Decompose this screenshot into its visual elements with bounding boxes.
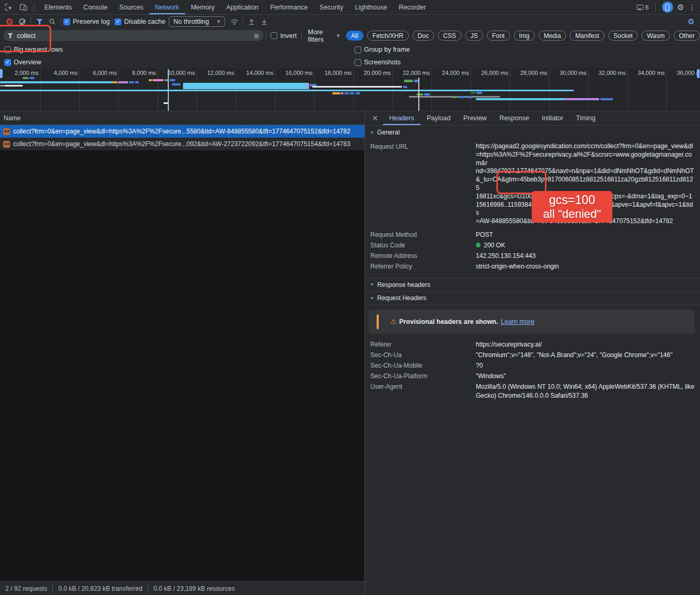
overview-left-handle[interactable] — [0, 69, 3, 78]
waterfall-bar — [600, 98, 613, 100]
waterfall-bar — [344, 92, 349, 94]
resource-type-pill[interactable]: CSS — [438, 31, 462, 41]
filter-input[interactable]: collect ⊗ — [3, 30, 264, 41]
checkbox-checked-icon: ✓ — [63, 18, 70, 25]
response-headers-title: Response headers — [377, 281, 430, 289]
request-url-line: =https%3A%2F%2Fsecureprivacy.ai%2F&scrsr… — [476, 151, 695, 168]
general-row-value-text: 142.250.130.154:443 — [476, 252, 535, 260]
general-rows: Request Method POST Status Code 200 OK R… — [365, 229, 700, 272]
waterfall-bar — [459, 96, 464, 98]
waterfall-bar — [149, 79, 152, 81]
throttling-select[interactable]: No throttling ▼ — [169, 16, 225, 27]
details-tab[interactable]: Response — [493, 111, 535, 125]
resource-type-pill[interactable]: All — [346, 31, 363, 41]
devtools-tab[interactable]: Memory — [185, 0, 220, 14]
invert-checkbox[interactable]: Invert — [269, 32, 299, 40]
waterfall-bar — [30, 77, 34, 79]
resource-type-pill[interactable]: Fetch/XHR — [367, 31, 409, 41]
filter-toggle-icon[interactable] — [33, 15, 46, 28]
waterfall-bar — [0, 81, 113, 83]
name-header-label: Name — [4, 114, 21, 122]
screenshots-checkbox[interactable]: Screenshots — [354, 59, 400, 66]
devtools-tab[interactable]: Elements — [39, 0, 78, 14]
extension-icon[interactable] — [662, 2, 673, 13]
resource-type-pill[interactable]: Media — [539, 31, 567, 41]
details-tab[interactable]: Payload — [420, 111, 457, 125]
requests-name-column-header[interactable]: Name — [0, 111, 365, 125]
device-toolbar-icon[interactable] — [17, 1, 30, 14]
tab-label: Elements — [44, 4, 72, 11]
pill-label: All — [351, 32, 358, 40]
waterfall-overview-bars — [0, 69, 700, 111]
network-filter-row: collect ⊗ Invert More filters ▼ All Fetc… — [0, 28, 700, 43]
learn-more-link[interactable]: Learn more — [501, 318, 534, 325]
network-conditions-icon[interactable] — [228, 15, 241, 28]
details-tab-strip: ✕ Headers Payload Preview Response Initi… — [365, 111, 700, 126]
devtools-tab[interactable]: Network — [149, 0, 185, 14]
details-tab[interactable]: Timing — [570, 111, 602, 125]
group-by-frame-checkbox[interactable]: Group by frame — [354, 46, 410, 53]
resource-type-pill[interactable]: Other — [674, 31, 700, 41]
export-har-icon[interactable] — [258, 15, 271, 28]
devtools-tab[interactable]: Security — [314, 0, 349, 14]
general-section-header[interactable]: ▼ General — [365, 126, 700, 139]
resource-type-pill[interactable]: Doc — [413, 31, 434, 41]
divider — [34, 3, 34, 12]
waterfall-bar — [417, 93, 423, 95]
divider — [148, 585, 148, 592]
waterfall-bar — [466, 96, 472, 98]
requests-list: collect?frm=0&en=page_view&dl=https%3A%2… — [0, 125, 365, 150]
network-overview-timeline[interactable]: 2,000 ms 4,000 ms 6,000 ms 8,000 ms 10,0… — [0, 69, 700, 111]
disable-cache-checkbox[interactable]: ✓ Disable cache — [114, 18, 166, 25]
record-button[interactable] — [3, 15, 16, 28]
resource-type-pill[interactable]: Img — [514, 31, 535, 41]
clear-filter-icon[interactable]: ⊗ — [254, 32, 260, 40]
preserve-log-checkbox[interactable]: ✓ Preserve log — [63, 18, 110, 25]
devtools-tab[interactable]: Sources — [113, 0, 149, 14]
devtools-tab[interactable]: Lighthouse — [349, 0, 393, 14]
devtools-tab[interactable]: Console — [78, 0, 113, 14]
filter-value: collect — [17, 32, 35, 40]
network-options-row-2: ✓ Overview Screenshots — [0, 56, 700, 69]
pill-label: Manifest — [575, 32, 599, 40]
import-har-icon[interactable] — [245, 15, 258, 28]
console-messages-badge[interactable]: 5 — [637, 4, 648, 11]
inspect-element-icon[interactable] — [2, 1, 15, 14]
devtools-tab[interactable]: Recorder — [393, 0, 431, 14]
devtools-tab[interactable]: Performance — [264, 0, 314, 14]
general-row-value: 200 OK — [476, 240, 695, 251]
response-headers-section-header[interactable]: ▼ Response headers — [365, 278, 700, 292]
checkbox-checked-icon: ✓ — [114, 18, 121, 25]
tab-label: Application — [226, 4, 258, 11]
clear-network-log-button[interactable] — [16, 15, 28, 28]
search-icon[interactable] — [46, 15, 59, 28]
requests-panel: Name collect?frm=0&en=page_view&dl=https… — [0, 111, 365, 581]
header-value: "Chromium";v="146", "Not-A.Brand";v="24"… — [476, 350, 695, 360]
details-tab[interactable]: Headers — [383, 111, 420, 125]
overview-right-handle[interactable] — [697, 69, 699, 78]
resource-type-pill[interactable]: Font — [487, 31, 510, 41]
big-request-rows-checkbox[interactable]: Big request rows — [4, 46, 63, 53]
more-filters-label: More filters — [308, 28, 333, 43]
devtools-tab[interactable]: Application — [220, 0, 264, 14]
request-row[interactable]: collect?frm=0&en=page_view&dl=https%3A%2… — [0, 125, 365, 138]
more-menu-icon[interactable]: ⋮ — [688, 3, 696, 12]
request-headers-section-header[interactable]: ▼ Request Headers — [365, 292, 700, 305]
close-icon[interactable]: ✕ — [367, 114, 383, 122]
settings-gear-icon[interactable]: ⚙ — [677, 3, 684, 11]
details-tab[interactable]: Preview — [457, 111, 493, 125]
header-row: Sec-Ch-Ua-Mobile ?0 — [365, 360, 700, 371]
request-row[interactable]: collect?frm=0&en=page_view&dl=https%3A%2… — [0, 138, 365, 150]
resource-type-pill[interactable]: Manifest — [570, 31, 604, 41]
network-settings-gear-icon[interactable]: ⚙ — [688, 17, 695, 26]
resource-type-pill[interactable]: Wasm — [641, 31, 670, 41]
waterfall-bar — [170, 79, 175, 81]
details-tab[interactable]: Initiator — [535, 111, 570, 125]
resource-type-pill[interactable]: Socket — [608, 31, 638, 41]
overview-checkbox[interactable]: ✓ Overview — [4, 59, 41, 66]
header-row: Referer https://secureprivacy.ai/ — [365, 339, 700, 350]
resource-type-pill[interactable]: JS — [465, 31, 483, 41]
more-filters-button[interactable]: More filters ▼ — [304, 28, 345, 43]
details-tab-label: Response — [500, 114, 529, 122]
pill-label: JS — [471, 32, 478, 40]
